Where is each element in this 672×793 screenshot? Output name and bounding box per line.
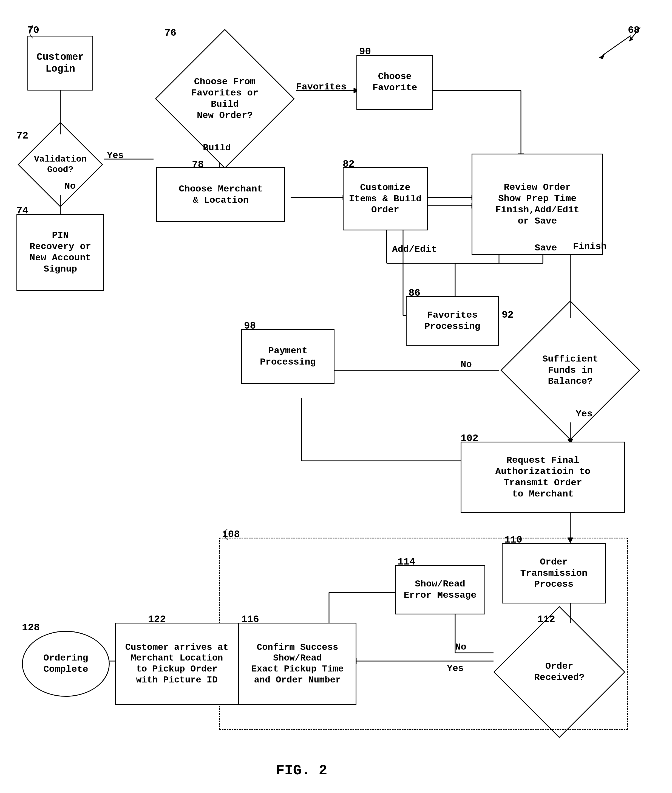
node-84-label: Review OrderShow Prep TimeFinish,Add/Edi…	[496, 182, 579, 227]
num-114: 114	[398, 556, 415, 567]
node-110-order-transmission: OrderTransmissionProcess	[502, 543, 606, 604]
num-72: 72	[16, 130, 28, 141]
num-78: 78	[192, 159, 204, 170]
node-116-confirm-success: Confirm SuccessShow/ReadExact Pickup Tim…	[238, 623, 357, 705]
num-116: 116	[241, 614, 259, 625]
num-110: 110	[504, 534, 522, 546]
label-save: Save	[534, 243, 557, 253]
label-yes3-order: Yes	[447, 663, 464, 674]
node-86-favorites-processing: FavoritesProcessing	[406, 296, 499, 346]
node-128-ordering-complete: OrderingComplete	[22, 631, 110, 697]
label-yes1: Yes	[107, 150, 124, 161]
label-no3-order: No	[455, 642, 466, 652]
node-74-label: PIN Recovery or New Account Signup	[30, 230, 91, 275]
node-122-label: Customer arrives atMerchant Locationto P…	[125, 642, 229, 686]
node-78-choose-merchant: Choose Merchant& Location	[156, 167, 285, 222]
num-86: 86	[408, 287, 420, 299]
num-128: 128	[22, 622, 40, 633]
num-98: 98	[244, 320, 256, 332]
node-70-label: Customer Login	[37, 51, 84, 75]
label-add-edit: Add/Edit	[392, 244, 437, 255]
num-108: 108	[222, 529, 240, 540]
node-90-label: ChooseFavorite	[372, 71, 417, 93]
node-78-label: Choose Merchant& Location	[179, 184, 262, 206]
node-98-label: PaymentProcessing	[260, 345, 316, 368]
label-finish: Finish	[573, 241, 606, 252]
svg-marker-56	[599, 54, 605, 59]
node-128-label: OrderingComplete	[43, 652, 88, 675]
node-102-request-auth: Request FinalAuthorizatioin toTransmit O…	[461, 442, 625, 513]
svg-line-55	[603, 36, 630, 55]
node-82-label: CustomizeItems & BuildOrder	[349, 182, 421, 216]
node-72-validation: ValidationGood?	[16, 135, 104, 195]
node-116-label: Confirm SuccessShow/ReadExact Pickup Tim…	[251, 642, 344, 686]
node-72-label: ValidationGood?	[33, 153, 88, 177]
label-yes2: Yes	[576, 409, 592, 419]
num-68: 68	[628, 25, 640, 36]
node-114-error-message: Show/ReadError Message	[395, 565, 485, 614]
num-92: 92	[502, 309, 514, 320]
num-76: 76	[165, 27, 176, 38]
node-98-payment: PaymentProcessing	[241, 329, 334, 384]
node-76-label: Choose FromFavorites or BuildNew Order?	[184, 75, 266, 122]
node-70-customer-login: Customer Login	[27, 36, 93, 91]
node-92-sufficient-funds: SufficientFunds inBalance?	[499, 318, 642, 423]
node-112-label: OrderReceived?	[533, 659, 586, 685]
svg-marker-58	[629, 36, 634, 41]
node-114-label: Show/ReadError Message	[403, 578, 476, 601]
num-90: 90	[359, 46, 371, 57]
node-110-label: OrderTransmissionProcess	[520, 557, 587, 590]
fig-label: FIG. 2	[247, 763, 357, 779]
node-82-customize: CustomizeItems & BuildOrder	[343, 167, 428, 231]
label-build: Build	[203, 143, 231, 153]
num-112: 112	[538, 614, 555, 625]
node-74-pin-recovery: PIN Recovery or New Account Signup	[16, 214, 104, 291]
node-92-label: SufficientFunds inBalance?	[541, 352, 600, 388]
node-90-choose-favorite: ChooseFavorite	[357, 55, 433, 110]
num-102: 102	[461, 433, 478, 444]
label-favorites: Favorites	[296, 82, 347, 92]
label-no1: No	[64, 181, 76, 191]
diagram-container: Customer Login 70 ValidationGood? 72 PIN…	[0, 0, 672, 793]
node-84-review-order: Review OrderShow Prep TimeFinish,Add/Edi…	[472, 154, 603, 255]
node-86-label: FavoritesProcessing	[424, 310, 480, 332]
num-82: 82	[343, 159, 355, 170]
node-102-label: Request FinalAuthorizatioin toTransmit O…	[496, 455, 590, 500]
node-122-customer-arrives: Customer arrives atMerchant Locationto P…	[115, 623, 238, 705]
node-112-order-received: OrderReceived?	[493, 623, 625, 721]
num-70: 70	[27, 25, 39, 36]
num-74: 74	[16, 205, 28, 216]
label-no2: No	[461, 359, 472, 370]
num-122: 122	[148, 614, 166, 625]
